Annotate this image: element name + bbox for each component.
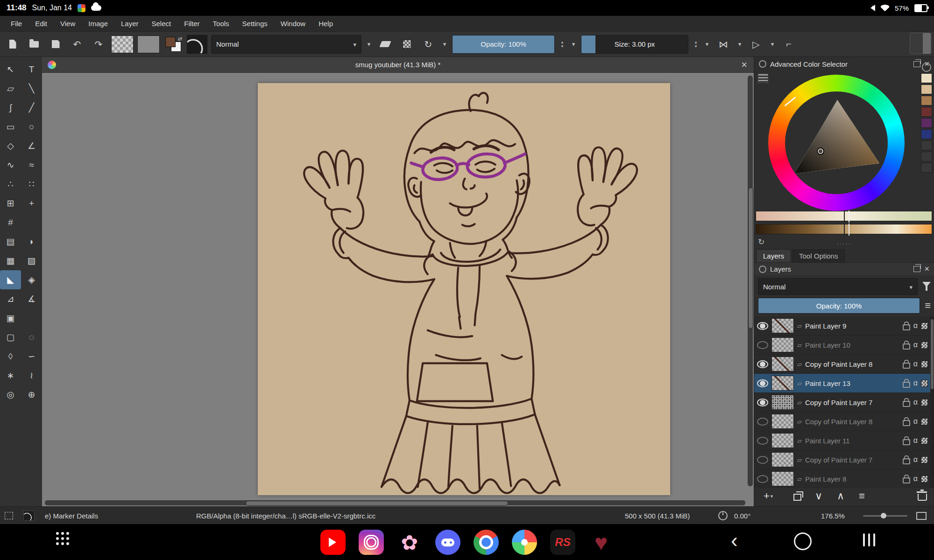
inherit-alpha-icon[interactable]: ▱ [797,418,802,425]
pattern-chooser-button[interactable] [137,35,160,53]
layer-opacity-slider[interactable]: Opacity: 100% [758,298,920,314]
inherit-alpha-icon[interactable]: ▱ [797,437,802,444]
preserve-alpha-button[interactable] [398,35,416,54]
alpha-lock-icon[interactable] [913,475,918,483]
visibility-eye-icon[interactable] [757,322,768,330]
zoom-tool[interactable]: ◎ [0,385,21,404]
inherit-alpha-icon[interactable]: ▱ [797,399,802,406]
swatch-brown[interactable] [921,96,932,105]
alpha-channel-icon[interactable] [921,361,928,368]
reload-split-arrow[interactable] [441,35,448,53]
float-layers-icon[interactable] [913,266,920,272]
lock-icon[interactable] [903,343,910,350]
alpha-channel-icon[interactable] [921,342,928,349]
alpha-lock-icon[interactable] [913,360,918,368]
freehand-path-tool[interactable]: ≈ [21,155,42,175]
layer-list-scrollbar[interactable] [930,316,934,488]
document-titlebar[interactable]: smug youtuber (41.3 MiB) * × [42,57,754,73]
tab-tool-options[interactable]: Tool Options [792,249,845,262]
menu-item[interactable]: Tools [207,18,235,29]
layer-properties-button[interactable]: ≡ [859,490,865,502]
move-layer-up-button[interactable]: ∧ [837,490,844,502]
layer-blending-dropdown[interactable]: Normal [758,278,918,295]
wrap-split-arrow[interactable] [769,35,776,53]
alpha-lock-icon[interactable] [913,379,918,387]
snap-button[interactable]: ⌐ [780,35,798,54]
visibility-eye-icon[interactable] [757,437,768,445]
fullscreen-icon[interactable] [916,512,927,520]
menu-item[interactable]: Window [275,18,311,29]
lock-icon[interactable] [903,382,910,388]
menu-item[interactable]: Layer [115,18,145,29]
rotation-knob-icon[interactable] [718,511,728,520]
gradient-handle-2[interactable] [844,224,849,236]
alpha-lock-icon[interactable] [913,436,918,445]
swatch-purple[interactable] [921,118,932,128]
back-button[interactable]: ‹ [731,529,738,552]
visibility-eye-icon[interactable] [757,379,768,387]
swatch-empty-3[interactable] [921,163,932,173]
wrap-around-button[interactable]: ▷ [747,35,765,54]
rs-app-icon[interactable]: RS [550,530,575,555]
brush-editor-button[interactable] [187,35,207,54]
opacity-slider[interactable]: Opacity: 100% [452,35,555,54]
inherit-alpha-icon[interactable]: ▱ [797,380,802,387]
close-document-icon[interactable]: × [741,59,747,71]
color-sampler-tool[interactable]: ◗ [21,232,42,251]
selection-mode-icon[interactable] [5,512,13,519]
close-layers-icon[interactable]: × [924,264,929,274]
lock-icon[interactable] [903,458,910,464]
dynamic-brush-tool[interactable]: ∴ [0,175,21,194]
tool[interactable] [21,213,42,232]
Paint Layer 11[interactable]: ▱ Paint Layer 11 [754,431,931,450]
line-tool[interactable]: ╱ [21,98,42,117]
canvas[interactable] [258,83,670,495]
home-button[interactable] [794,532,812,550]
move-layer-down-button[interactable]: ∨ [815,490,822,502]
visibility-eye-icon[interactable] [757,341,768,349]
menu-item[interactable]: View [54,18,81,29]
delete-layer-button[interactable] [918,491,927,501]
polygon-tool[interactable]: ◇ [0,136,21,155]
gradient-tool[interactable]: ▤ [0,232,21,251]
visibility-eye-icon[interactable] [757,456,768,464]
lock-icon[interactable] [903,420,910,426]
instagram-app-icon[interactable] [359,530,384,555]
reload-preset-button[interactable]: ↻ [419,35,437,54]
Paint Layer 9[interactable]: ▱ Paint Layer 9 [754,316,931,336]
flower-app-icon[interactable] [397,530,422,555]
assistants-tool[interactable]: ⊿ [0,289,21,308]
discord-app-icon[interactable] [435,530,460,555]
rectangle-tool[interactable]: ▭ [0,117,21,136]
hearts-app-icon[interactable]: ♥ [588,530,614,555]
alpha-lock-icon[interactable] [913,341,918,349]
visibility-eye-icon[interactable] [757,418,768,426]
elliptical-selection-tool[interactable]: ◌ [21,328,42,347]
ellipse-tool[interactable]: ○ [21,117,42,136]
image-dimensions[interactable]: 500 x 500 (41.3 MiB) [625,507,690,525]
zoom-slider-thumb[interactable] [881,513,886,518]
refresh-shades-icon[interactable]: ↻ [758,237,764,247]
hsv-triangle[interactable] [787,93,886,192]
alpha-channel-icon[interactable] [921,456,928,463]
alpha-lock-icon[interactable] [913,417,918,426]
swatch-tan[interactable] [921,84,932,94]
lock-icon[interactable] [903,439,910,445]
text-tool[interactable]: T [21,60,42,79]
youtube-app-icon[interactable] [320,530,346,555]
fill-tool[interactable]: ◣ [0,270,21,289]
measure-tool[interactable]: ∡ [21,289,42,308]
menu-item[interactable]: Help [312,18,339,29]
menu-item[interactable]: Edit [29,18,53,29]
swatch-empty-1[interactable] [921,140,932,150]
mirror-split-arrow[interactable] [736,35,743,53]
eraser-mode-button[interactable] [376,35,394,54]
app-drawer-button[interactable] [56,537,59,540]
zoom-slider[interactable] [863,515,907,517]
inherit-alpha-icon[interactable]: ▱ [797,361,802,368]
inherit-alpha-icon[interactable]: ▱ [797,476,802,483]
lock-icon[interactable] [903,324,910,330]
multibrush-tool[interactable]: ∷ [21,175,42,194]
Copy of Paint Layer 8[interactable]: ▱ Copy of Paint Layer 8 [754,412,931,431]
gradient-handle-1[interactable] [844,210,849,223]
